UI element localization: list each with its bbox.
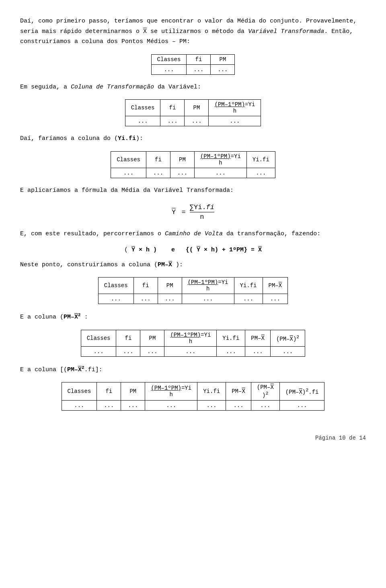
p7-sup: 2 — [78, 313, 81, 317]
eq-xbar: X — [258, 247, 262, 253]
formula-numerator: ∑Yi.fi — [190, 204, 214, 212]
t4-h5: Yi.fi — [234, 278, 263, 294]
paragraph-1: Daí, como primeiro passo, teríamos que e… — [20, 16, 366, 47]
t6-h5: Yi.fi — [197, 382, 226, 401]
t2-r1c4: ... — [209, 116, 261, 126]
t5-r1c5: ... — [217, 346, 245, 356]
p3-text: Daí, faríamos a coluna do ( — [20, 135, 118, 142]
p2-text: Em seguida, a — [20, 84, 71, 90]
t2-h4: (PM–1ºPM)=Yih — [209, 100, 261, 116]
t1-r1c1: ... — [151, 64, 187, 74]
t2-r1c3: ... — [185, 116, 209, 126]
t4-r1c3: ... — [158, 294, 182, 304]
t5-r1c7: ... — [270, 346, 305, 356]
t4-r1c5: ... — [234, 294, 263, 304]
t5-r1c6: ... — [245, 346, 271, 356]
p5-text: E, com este resultado, percorreríamos o — [20, 230, 165, 237]
t4-h1: Classes — [98, 278, 133, 294]
t4-h4: (PM–1ºPM)=Yih — [182, 278, 234, 294]
table-4: Classes fi PM (PM–1ºPM)=Yih Yi.fi PM–X .… — [98, 277, 288, 304]
t1-r1c2: ... — [187, 64, 211, 74]
t3-h2: fi — [146, 151, 170, 168]
p2-rest: da Variável: — [154, 84, 201, 90]
t1-h3: PM — [211, 54, 235, 64]
table-6: Classes fi PM (PM–1ºPM)=Yih Yi.fi PM–X (… — [62, 382, 325, 411]
formula-fraction: ∑Yi.fi n — [190, 204, 214, 221]
t6-h1: Classes — [62, 382, 97, 401]
eq-open: ( — [124, 247, 128, 253]
t6-h2: fi — [97, 382, 121, 401]
p8-text: E a coluna [( — [20, 366, 67, 373]
t4-h6: PM–X — [263, 278, 288, 294]
t3-h5: Yi.fi — [246, 151, 275, 168]
t6-r1c1: ... — [62, 400, 97, 410]
t1-r1c3: ... — [211, 64, 235, 74]
p1-overline-x: X — [143, 28, 147, 35]
page-number: Página 10 de 14 — [20, 435, 366, 441]
eq-y1: Y — [131, 247, 135, 253]
t6-r1c2: ... — [97, 400, 121, 410]
t6-r1c6: ... — [226, 400, 251, 410]
formula-eq: = — [177, 208, 190, 216]
p8-end: .fi]: — [84, 366, 103, 373]
t4-r1c2: ... — [133, 294, 158, 304]
t5-h6: PM–X — [245, 330, 271, 346]
t4-h2: fi — [133, 278, 158, 294]
p1-italic: Variável Transformada — [248, 28, 324, 35]
t3-h4: (PM–1ºPM)=Yih — [194, 151, 246, 168]
table-2: Classes fi PM (PM–1ºPM)=Yih ... ... ... … — [125, 99, 261, 126]
p7-text: E a coluna ( — [20, 314, 64, 321]
t6-h6: PM–X — [226, 382, 251, 401]
t5-r1c2: ... — [116, 346, 140, 356]
t6-r1c3: ... — [121, 400, 145, 410]
t5-h2: fi — [116, 330, 140, 346]
t5-h4: (PM–1ºPM)=Yih — [164, 330, 217, 346]
t2-h1: Classes — [125, 100, 160, 116]
t2-r1c1: ... — [125, 116, 160, 126]
paragraph-4: E aplicaríamos a fórmula da Média da Var… — [20, 185, 366, 196]
t2-h2: fi — [160, 100, 185, 116]
p6-end: ): — [172, 261, 183, 268]
t4-r1c6: ... — [263, 294, 288, 304]
t4-h3: PM — [158, 278, 182, 294]
t5-h1: Classes — [81, 330, 116, 346]
page-content: Daí, como primeiro passo, teríamos que e… — [20, 16, 366, 441]
p6-bold: PM– — [158, 261, 168, 268]
p7-bold: PM– — [64, 314, 74, 321]
paragraph-7: E a coluna (PM–X2 : — [20, 311, 366, 323]
t3-r1c3: ... — [170, 168, 194, 178]
t3-r1c2: ... — [146, 168, 170, 178]
t3-r1c1: ... — [111, 168, 146, 178]
t5-h3: PM — [140, 330, 164, 346]
eq-y2: Y — [197, 247, 200, 253]
formula-lhs: Y — [172, 208, 176, 216]
table-5: Classes fi PM (PM–1ºPM)=Yih Yi.fi PM–X (… — [81, 330, 306, 357]
p7-end: : — [81, 314, 88, 321]
t4-r1c1: ... — [98, 294, 133, 304]
t3-h3: PM — [170, 151, 194, 168]
t3-h1: Classes — [111, 151, 146, 168]
t3-r1c5: ... — [246, 168, 275, 178]
p6-text: Neste ponto, construiríamos a coluna ( — [20, 261, 158, 268]
t3-r1c4: ... — [194, 168, 246, 178]
paragraph-6: Neste ponto, construiríamos a coluna (PM… — [20, 260, 366, 270]
t6-r1c8: ... — [279, 400, 324, 410]
paragraph-3: Daí, faríamos a coluna do (Yi.fi): — [20, 134, 366, 144]
p8-bold: PM– — [67, 366, 78, 373]
t6-h8: (PM–X)2.fi — [279, 382, 324, 401]
t2-h3: PM — [185, 100, 209, 116]
p6-overline: X — [168, 261, 172, 268]
p3-end: ): — [136, 135, 143, 142]
t5-h7: (PM–X)2 — [270, 330, 305, 346]
paragraph-2: Em seguida, a Coluna de Transformação da… — [20, 82, 366, 93]
p5-italic: Caminho de Volta — [165, 230, 223, 237]
p1-text2: se utilizarmos o método da — [147, 28, 248, 35]
p5-rest: da transformação, fazendo: — [223, 230, 320, 237]
eq-xh1: × h ) e {( — [139, 247, 193, 253]
p4-text: E aplicaríamos a fórmula da Média da Var… — [20, 187, 234, 194]
t1-h2: fi — [187, 54, 211, 64]
t1-h1: Classes — [151, 54, 187, 64]
p8-sup: 2 — [82, 365, 84, 370]
paragraph-8: E a coluna [(PM–X2.fi]: — [20, 364, 366, 375]
p3-bold: Yi.fi — [118, 135, 136, 142]
